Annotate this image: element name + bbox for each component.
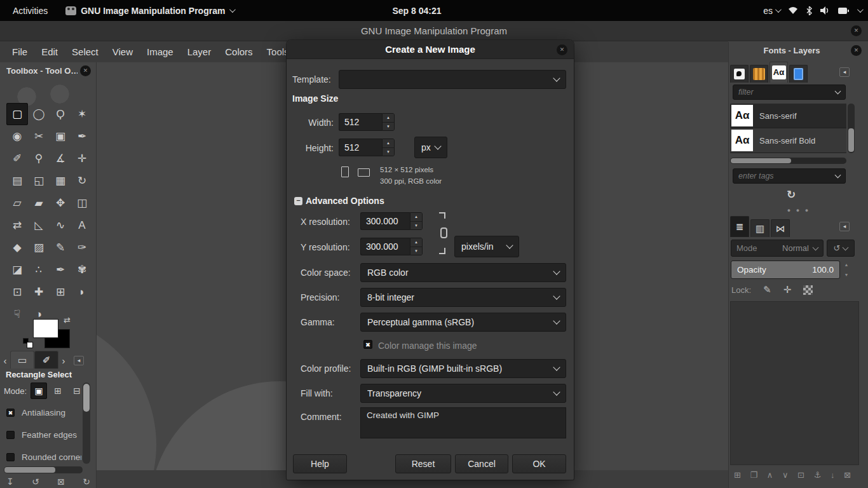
menu-item[interactable]: Image [140,43,180,60]
tabs-prev-button[interactable]: ‹ [0,355,10,369]
size-unit-dropdown[interactable]: px [414,137,447,158]
default-colors-icon[interactable] [23,338,33,348]
new-layer-group-button[interactable]: ❐ [750,470,758,480]
tool-scissors-select[interactable]: ✂ [28,125,50,147]
height-spin-buttons[interactable]: ▲▼ [382,139,395,156]
lock-pixels-icon[interactable]: ✎ [763,284,771,295]
portrait-orientation-icon[interactable] [341,166,349,177]
spin-down-icon[interactable]: ▼ [383,148,394,156]
rounded-corners-checkbox[interactable] [6,453,15,461]
tool-align[interactable]: ▤ [6,170,28,192]
spin-up-icon[interactable]: ▲ [410,238,422,247]
tab-patterns[interactable] [750,65,768,83]
tool-perspective[interactable]: ▰ [28,192,50,214]
tool-rectangle-select[interactable]: ▢ [6,103,28,125]
tab-brushes[interactable] [730,65,749,83]
height-input[interactable] [339,139,382,156]
tool-flip[interactable]: ⇄ [6,214,28,236]
layers-menu-button[interactable]: ◂ [839,222,850,231]
tool-text[interactable]: A [71,214,93,236]
option-antialiasing[interactable]: ✖ Antialiasing [6,407,81,418]
tab-paths[interactable]: ⋈ [771,219,790,237]
option-feather-edges[interactable]: Feather edges [6,429,81,440]
color-profile-dropdown[interactable]: Built-in RGB (GIMP built-in sRGB) [360,359,566,378]
tool-blur-sharpen[interactable]: ◗ [71,281,93,303]
menu-item[interactable]: Layer [180,43,219,60]
tool-rotate[interactable]: ↻ [71,170,93,192]
template-dropdown[interactable] [339,70,566,89]
tool-gradient[interactable]: ▨ [28,236,50,259]
dock-splitter-handle[interactable]: ● ● ● [729,207,868,214]
font-filter-input[interactable] [738,88,836,97]
lock-position-icon[interactable]: ✛ [783,284,792,295]
window-close-button[interactable]: ✕ [851,25,862,36]
merge-layer-button[interactable]: ↓ [831,470,835,480]
font-filter-box[interactable] [733,85,846,100]
spin-down-icon[interactable]: ▼ [383,123,394,131]
tool-select-by-color[interactable]: ◉ [6,125,28,147]
resolution-unit-dropdown[interactable]: pixels/in [454,236,519,257]
tool-color-picker[interactable]: ✐ [6,147,28,170]
delete-layer-button[interactable]: ⊠ [844,470,851,480]
layer-mode-reset-button[interactable]: ↺ [827,240,855,257]
tab-tool-options[interactable]: ✐ [34,351,58,369]
tool-bucket-fill[interactable]: ◆ [6,236,28,259]
activities-button[interactable]: Activities [9,4,51,17]
tab-images[interactable]: ▭ [10,351,34,369]
tool-paintbrush[interactable]: ✑ [71,236,93,259]
restore-tool-preset-button[interactable]: ↺ [32,477,39,487]
lock-alpha-icon[interactable] [803,285,813,295]
app-menu-button[interactable]: GNU Image Manipulation Program [65,6,234,16]
x-resolution-spin-buttons[interactable]: ▲▼ [410,212,423,230]
tool-options-vscrollbar[interactable] [83,383,90,464]
tool-perspective-clone[interactable]: ⊞ [50,281,71,303]
tool-warp-transform[interactable]: ∿ [50,214,71,236]
tool-free-select[interactable]: Ϙ [50,103,71,125]
spin-down-icon[interactable]: ▼ [842,273,851,277]
x-resolution-input[interactable] [360,212,410,230]
delete-tool-preset-button[interactable]: ⊠ [57,477,65,487]
tool-3d-transform[interactable]: ◫ [71,192,93,214]
layer-mode-dropdown[interactable]: Mode Normal [731,240,824,257]
tool-airbrush[interactable]: ∴ [28,259,50,281]
mode-replace-button[interactable]: ▣ [31,383,47,399]
menu-item[interactable]: Colors [218,43,259,60]
fill-with-dropdown[interactable]: Transparency [360,384,566,403]
toolbox-close-button[interactable]: ✕ [80,65,91,76]
raise-layer-button[interactable]: ∧ [767,470,773,480]
help-button[interactable]: Help [293,454,347,473]
menu-item[interactable]: File [5,43,34,60]
width-input[interactable] [339,113,382,131]
mode-add-button[interactable]: ⊞ [50,383,66,399]
y-resolution-input[interactable] [360,238,410,255]
tool-ellipse-select[interactable]: ◯ [28,103,50,125]
tool-paths[interactable]: ✒ [71,125,93,147]
antialiasing-checkbox[interactable]: ✖ [6,409,15,417]
font-tags-box[interactable] [733,168,846,184]
spin-up-icon[interactable]: ▲ [383,139,394,148]
tool-handle-transform[interactable]: ✥ [50,192,71,214]
tool-zoom[interactable]: ⚲ [28,147,50,170]
advanced-options-expander[interactable]: – [294,197,302,205]
tool-options-menu-button[interactable]: ◂ [74,356,84,365]
refresh-fonts-button[interactable]: ↻ [729,188,853,201]
dock-close-button[interactable]: ✕ [851,45,862,56]
cancel-button[interactable]: Cancel [455,454,508,473]
font-sans-serif-bold[interactable]: Aα Sans-serif Bold [730,128,846,153]
dock-header[interactable]: Fonts - Layers ✕ [729,42,868,58]
resolution-chain-icon[interactable] [435,212,445,254]
tool-crop[interactable]: ◱ [28,170,50,192]
anchor-layer-button[interactable]: ⚓ [814,470,822,480]
opacity-spin-buttons[interactable]: ▲ ▼ [842,261,851,279]
tool-ink[interactable]: ✒ [50,259,71,281]
tool-foreground-select[interactable]: ▣ [50,125,71,147]
foreground-color-swatch[interactable] [33,319,58,338]
tool-cage-transform[interactable]: ◺ [28,214,50,236]
menu-item[interactable]: View [105,43,140,60]
feather-edges-checkbox[interactable] [6,431,15,439]
tool-unified-transform[interactable]: ▦ [50,170,71,192]
spin-down-icon[interactable]: ▼ [410,247,422,255]
tab-layers[interactable]: ≣ [730,216,749,237]
fonts-menu-button[interactable]: ◂ [839,67,850,77]
option-rounded-corners[interactable]: Rounded corners [6,451,81,463]
